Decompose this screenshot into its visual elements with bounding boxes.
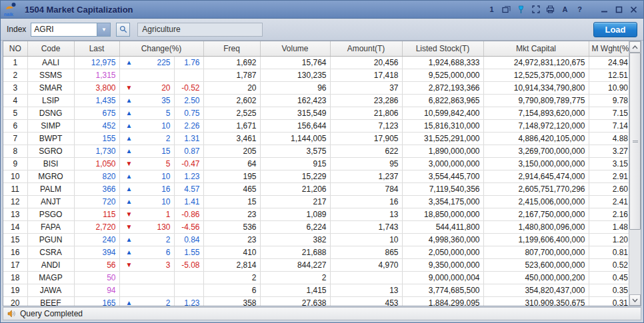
cell-pct bbox=[174, 284, 203, 296]
minimize-button[interactable] bbox=[600, 5, 609, 14]
index-input[interactable] bbox=[31, 23, 97, 36]
cell-no: 12 bbox=[3, 195, 27, 208]
font-size-icon[interactable]: A bbox=[561, 5, 569, 14]
trend-arrow-icon: ▲ bbox=[119, 132, 135, 145]
help-icon[interactable]: ? bbox=[575, 5, 584, 14]
column-header-code[interactable]: Code bbox=[27, 41, 74, 56]
cell-last: 452 bbox=[74, 119, 119, 132]
scrollbar-thumb[interactable] bbox=[629, 53, 641, 230]
cell-wght: 1.48 bbox=[589, 220, 629, 233]
table-row[interactable]: 12ANJT720▲101.4115217163,354,175,0002,41… bbox=[3, 195, 629, 208]
cell-amount: 10 bbox=[330, 233, 402, 246]
cell-change: 35 bbox=[135, 94, 174, 107]
cell-wght: 12.51 bbox=[589, 69, 629, 81]
scroll-down-button[interactable] bbox=[629, 294, 641, 306]
column-header-change[interactable]: Change(%) bbox=[119, 41, 203, 56]
combo-dropdown-button[interactable]: ▼ bbox=[97, 23, 110, 36]
scroll-up-button[interactable] bbox=[629, 41, 641, 53]
cell-no: 16 bbox=[3, 246, 27, 258]
table-row[interactable]: 9BISI1,050▼5-0.4764915953,000,000,0003,1… bbox=[3, 157, 629, 170]
cell-mktcap: 7,154,893,620,000 bbox=[483, 107, 589, 119]
cell-volume: 217 bbox=[260, 195, 330, 208]
cell-mktcap: 3,150,000,000,000 bbox=[483, 157, 589, 170]
cell-last: 820 bbox=[74, 170, 119, 182]
table-row[interactable]: 8SGRO1,730▲150.872053,5756221,890,000,00… bbox=[3, 145, 629, 157]
cell-no: 8 bbox=[3, 145, 27, 157]
column-header-volume[interactable]: Volume bbox=[260, 41, 330, 56]
maximize-button[interactable] bbox=[615, 5, 623, 14]
pin-icon[interactable] bbox=[517, 5, 525, 14]
cell-no: 10 bbox=[3, 170, 27, 182]
popout-window-icon[interactable] bbox=[502, 5, 511, 14]
cell-volume: 1,089 bbox=[260, 208, 330, 220]
table-row[interactable]: 15PGUN240▲20.8423382104,998,360,0001,199… bbox=[3, 233, 629, 246]
cell-freq: 2 bbox=[203, 271, 260, 284]
cell-code: DSNG bbox=[27, 107, 74, 119]
column-header-mkt-capital[interactable]: Mkt Capital bbox=[483, 41, 589, 56]
cell-code: PGUN bbox=[27, 233, 74, 246]
cell-code: PSGO bbox=[27, 208, 74, 220]
cell-change: 130 bbox=[135, 220, 174, 233]
table-row[interactable]: 18MAGP50229,000,000,004450,000,000,2000.… bbox=[3, 271, 629, 284]
table-row[interactable]: 13PSGO115▼1-0.86231,0891318,850,000,0002… bbox=[3, 208, 629, 220]
cell-no: 11 bbox=[3, 182, 27, 195]
cell-last: 115 bbox=[74, 208, 119, 220]
table-row[interactable]: 14FAPA2,720▼130-4.565366,2241,743544,411… bbox=[3, 220, 629, 233]
table-row[interactable]: 17ANDI56▼3-5.082,814844,2274,9709,350,00… bbox=[3, 258, 629, 271]
index-combobox: ▼ bbox=[31, 23, 111, 37]
column-header-listed-stock-t[interactable]: Listed Stock(T) bbox=[402, 41, 483, 56]
cell-amount: 95 bbox=[330, 157, 402, 170]
table-row[interactable]: 19JAWA9461,415133,774,685,500354,820,437… bbox=[3, 284, 629, 296]
trend-arrow-icon: ▲ bbox=[119, 296, 135, 306]
cell-change: 10 bbox=[135, 119, 174, 132]
scrollbar-track[interactable] bbox=[629, 53, 641, 294]
column-header-freq[interactable]: Freq bbox=[203, 41, 260, 56]
table-row[interactable]: 11PALM366▲164.5746521,2067847,119,540,35… bbox=[3, 182, 629, 195]
titlebar[interactable]: naik 1504 Market Capitalization 1 bbox=[1, 1, 643, 19]
cell-amount: 622 bbox=[330, 145, 402, 157]
toolbar: Index ▼ Agriculture Load bbox=[1, 19, 643, 41]
speaker-icon bbox=[7, 310, 16, 318]
table-row[interactable]: 6SIMP452▲102.261,671156,6447,12315,816,3… bbox=[3, 119, 629, 132]
vertical-scrollbar[interactable] bbox=[629, 41, 641, 306]
trend-arrow-icon: ▼ bbox=[119, 81, 135, 94]
table-row[interactable]: 1AALI12,975▲2251.761,69215,76420,4561,92… bbox=[3, 56, 629, 69]
cell-volume: 1,415 bbox=[260, 284, 330, 296]
table-row[interactable]: 16CSRA394▲61.5541021,6888652,050,000,000… bbox=[3, 246, 629, 258]
column-header-m-wght[interactable]: M Wght(%) bbox=[589, 41, 629, 56]
cell-no: 3 bbox=[3, 81, 27, 94]
table-row[interactable]: 2SSMS1,3151,787130,23517,4189,525,000,00… bbox=[3, 69, 629, 81]
cell-amount: 13 bbox=[330, 284, 402, 296]
trend-arrow-icon: ▲ bbox=[119, 246, 135, 258]
window-count-badge[interactable]: 1 bbox=[487, 5, 496, 14]
cell-wght: 0.35 bbox=[589, 284, 629, 296]
table-row[interactable]: 7BWPT155▲21.313,4611,144,00517,90531,525… bbox=[3, 132, 629, 145]
table-row[interactable]: 10MGRO820▲101.2319515,2291,2373,554,445,… bbox=[3, 170, 629, 182]
cell-code: PALM bbox=[27, 182, 74, 195]
table-row[interactable]: 20BEEF165▲21.2335827,6384531,884,299,095… bbox=[3, 296, 629, 306]
cell-amount: 17,418 bbox=[330, 69, 402, 81]
cell-listed: 2,872,193,366 bbox=[402, 81, 483, 94]
cell-wght: 9.78 bbox=[589, 94, 629, 107]
table-row[interactable]: 5DSNG675▲50.752,525315,54921,80610,599,8… bbox=[3, 107, 629, 119]
close-button[interactable] bbox=[629, 5, 638, 14]
index-search-button[interactable] bbox=[116, 23, 130, 37]
table-row[interactable]: 3SMAR3,800▼20-0.522096372,872,193,36610,… bbox=[3, 81, 629, 94]
cell-wght: 7.14 bbox=[589, 119, 629, 132]
cell-last: 1,435 bbox=[74, 94, 119, 107]
cell-volume: 915 bbox=[260, 157, 330, 170]
cell-mktcap: 2,415,006,000,000 bbox=[483, 195, 589, 208]
table-row[interactable]: 4LSIP1,435▲352.502,602162,42323,2866,822… bbox=[3, 94, 629, 107]
print-icon[interactable] bbox=[546, 5, 555, 14]
cell-amount: 1,237 bbox=[330, 170, 402, 182]
cell-pct: -0.52 bbox=[174, 81, 203, 94]
fullscreen-icon[interactable] bbox=[531, 5, 540, 14]
column-header-last[interactable]: Last bbox=[74, 41, 119, 56]
column-header-no[interactable]: NO bbox=[3, 41, 27, 56]
trend-arrow-icon bbox=[119, 69, 135, 81]
cell-wght: 0.81 bbox=[589, 246, 629, 258]
cell-last: 2,720 bbox=[74, 220, 119, 233]
column-header-amount-t[interactable]: Amount(T) bbox=[330, 41, 402, 56]
cell-no: 7 bbox=[3, 132, 27, 145]
load-button[interactable]: Load bbox=[593, 22, 637, 37]
